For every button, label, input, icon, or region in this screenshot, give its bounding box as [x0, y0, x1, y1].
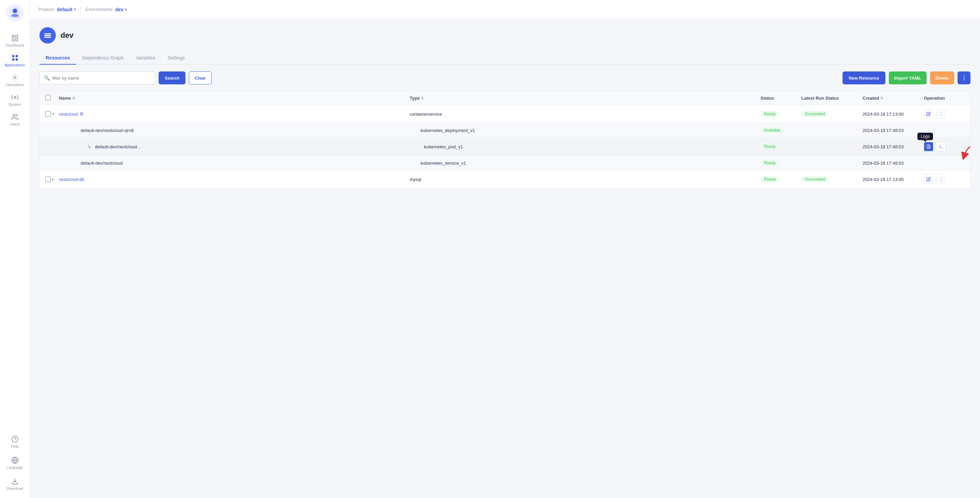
more-icon[interactable]: ⋮ — [936, 175, 946, 184]
created-cell: 2024-03-18 17:13:00 — [862, 111, 924, 117]
created-sort[interactable]: Created ⇅ — [862, 95, 883, 101]
env-name: dev — [115, 7, 124, 12]
created-cell: 2024-03-18 17:48:03 — [862, 161, 924, 165]
table-row: default-dev/nextcloud-vjrn8 kubernetes_d… — [40, 123, 970, 138]
name-sort-icon: ⇅ — [72, 96, 75, 100]
edit-icon[interactable] — [924, 175, 933, 184]
table-header: Name ⇅ Type ⇅ Status Latest Run Status C… — [40, 92, 970, 105]
svg-rect-8 — [15, 39, 18, 41]
header-latest-run-status: Latest Run Status — [801, 95, 862, 101]
sidebar-item-dashboard[interactable]: Dashboard — [2, 31, 29, 51]
edit-icon[interactable] — [924, 109, 933, 119]
tab-dependency-graph[interactable]: Dependency Graph — [76, 52, 130, 65]
tabs-bar: Resources Dependency Graph Variables Set… — [40, 52, 970, 65]
table-row: ▾ nextcloud ⧉ containerservice Ready Suc… — [40, 105, 970, 123]
status-cell: Ready — [760, 111, 801, 117]
svg-rect-9 — [12, 55, 14, 57]
search-button[interactable]: Search — [159, 72, 185, 84]
environments-label: Environments — [86, 7, 112, 12]
table-row: default-dev/nextcloud kubernetes_service… — [40, 156, 970, 170]
svg-point-15 — [13, 114, 15, 117]
topbar: Projects default ▾ / Environments dev ▾ — [30, 0, 980, 19]
sub-indicator: ↳ — [88, 144, 92, 150]
header-type[interactable]: Type ⇅ — [410, 95, 760, 101]
type-cell: kubernetes_deployment_v1 — [421, 128, 760, 133]
search-wrap: 🔍 — [40, 72, 155, 84]
delete-button[interactable]: Delete — [930, 72, 954, 84]
type-sort[interactable]: Type ⇅ — [410, 95, 424, 101]
header-status: Status — [760, 95, 801, 101]
terminal-icon[interactable] — [936, 142, 946, 151]
tab-resources[interactable]: Resources — [40, 52, 76, 65]
projects-label: Projects — [38, 7, 54, 12]
name-sort[interactable]: Name ⇅ — [59, 95, 75, 101]
status-badge: Ready — [760, 111, 779, 117]
op-icons: Logs — [924, 142, 965, 151]
sidebar: Dashboard Applications Operations System — [0, 0, 30, 498]
status-badge: Ready — [760, 160, 779, 166]
name-cell: ↳ default-dev/nextcloud... — [88, 144, 424, 150]
topbar-separator: / — [80, 6, 81, 13]
name-cell: default-dev/nextcloud — [81, 161, 421, 165]
status-cell: Available — [760, 127, 801, 133]
sidebar-item-operations[interactable]: Operations — [2, 70, 29, 90]
select-all-checkbox[interactable] — [45, 95, 51, 100]
env-avatar — [40, 27, 56, 43]
resource-name-link[interactable]: nextcloud-db — [59, 177, 84, 182]
logo[interactable] — [6, 4, 24, 25]
svg-point-2 — [13, 9, 17, 13]
tab-settings[interactable]: Settings — [161, 52, 191, 65]
resource-name-plain: default-dev/nextcloud — [81, 161, 123, 165]
toolbar: 🔍 Search Clear New Resource Import YAML … — [40, 72, 970, 84]
svg-point-13 — [14, 76, 16, 79]
svg-rect-6 — [15, 35, 18, 37]
main-area: Projects default ▾ / Environments dev ▾ … — [30, 0, 980, 498]
type-cell: mysql — [410, 177, 760, 182]
sidebar-item-system[interactable]: System — [2, 90, 29, 110]
sidebar-item-applications[interactable]: Applications — [2, 51, 29, 70]
resource-name-link[interactable]: nextcloud — [59, 111, 78, 117]
status-badge: Ready — [760, 143, 779, 150]
header-created[interactable]: Created ⇅ — [862, 95, 924, 101]
header-checkbox-col — [45, 95, 59, 101]
name-cell: nextcloud ⧉ — [59, 111, 410, 117]
sidebar-item-users[interactable]: Users — [2, 110, 29, 130]
header-name[interactable]: Name ⇅ — [59, 95, 410, 101]
search-input[interactable] — [52, 75, 151, 81]
new-resource-button[interactable]: New Resource — [843, 72, 885, 84]
type-cell: kubernetes_pod_v1 — [424, 144, 760, 150]
more-actions-button[interactable]: ⋮ — [958, 72, 970, 84]
svg-rect-11 — [12, 59, 14, 60]
import-yaml-button[interactable]: Import YAML — [889, 72, 927, 84]
table-row: ↳ default-dev/nextcloud... kubernetes_po… — [40, 138, 970, 156]
more-icon[interactable]: ⋮ — [936, 109, 946, 119]
created-cell: 2024-03-18 17:48:03 — [862, 128, 924, 133]
latest-run-cell: Succeeded — [801, 111, 862, 117]
latest-run-badge: Succeeded — [801, 111, 829, 117]
status-badge: Ready — [760, 176, 779, 182]
status-badge: Available — [760, 127, 784, 133]
latest-run-badge: Succeeded — [801, 176, 829, 182]
external-link-icon[interactable]: ⧉ — [80, 111, 83, 117]
content-area: dev Resources Dependency Graph Variables… — [30, 19, 980, 498]
tab-variables[interactable]: Variables — [130, 52, 161, 65]
svg-rect-21 — [44, 33, 51, 34]
sidebar-item-language[interactable]: Language — [2, 453, 29, 473]
svg-rect-5 — [12, 35, 14, 37]
row-checkbox[interactable] — [45, 177, 51, 182]
sidebar-item-download[interactable]: Download — [2, 474, 29, 494]
resource-name-plain: default-dev/nextcloud... — [95, 144, 140, 150]
toolbar-right: New Resource Import YAML Delete ⋮ — [843, 72, 970, 84]
resource-name-plain: default-dev/nextcloud-vjrn8 — [81, 128, 134, 133]
expand-button[interactable]: ▸ — [51, 176, 55, 182]
env-select[interactable]: dev ▾ — [115, 7, 127, 12]
op-icons: ⋮ — [924, 109, 965, 119]
clear-button[interactable]: Clear — [189, 72, 212, 84]
sidebar-item-help[interactable]: Help — [2, 432, 29, 452]
expand-button[interactable]: ▾ — [51, 111, 55, 117]
svg-point-14 — [14, 96, 16, 98]
row-checkbox[interactable] — [45, 111, 51, 117]
logs-icon[interactable]: Logs — [924, 142, 933, 151]
project-select[interactable]: default ▾ — [57, 7, 76, 12]
created-cell: 2024-03-18 17:48:03 — [862, 144, 924, 150]
